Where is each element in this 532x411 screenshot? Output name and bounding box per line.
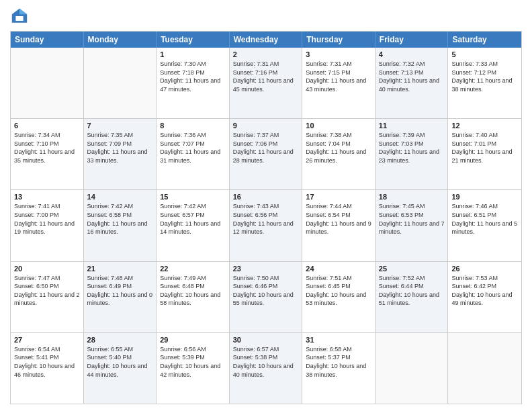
day-info: Sunrise: 7:33 AMSunset: 7:12 PMDaylight:… [451, 60, 518, 93]
calendar-cell [375, 333, 449, 404]
day-number: 14 [87, 193, 153, 201]
calendar-cell: 16Sunrise: 7:43 AMSunset: 6:56 PMDayligh… [230, 190, 303, 261]
weekday-header-wednesday: Wednesday [230, 32, 303, 48]
day-info: Sunrise: 7:51 AMSunset: 6:45 PMDaylight:… [306, 274, 371, 308]
calendar-header: SundayMondayTuesdayWednesdayThursdayFrid… [11, 32, 521, 48]
day-info: Sunrise: 7:32 AMSunset: 7:13 PMDaylight:… [379, 60, 445, 93]
calendar-cell: 3Sunrise: 7:31 AMSunset: 7:15 PMDaylight… [302, 48, 375, 118]
day-number: 3 [306, 50, 371, 58]
day-number: 6 [14, 122, 80, 130]
day-info: Sunrise: 6:58 AMSunset: 5:37 PMDaylight:… [306, 345, 371, 379]
header [10, 7, 522, 26]
day-number: 22 [160, 265, 226, 273]
calendar-row-4: 20Sunrise: 7:47 AMSunset: 6:50 PMDayligh… [11, 261, 521, 332]
calendar-row-5: 27Sunrise: 6:54 AMSunset: 5:41 PMDayligh… [11, 332, 521, 404]
day-number: 11 [379, 122, 445, 130]
day-info: Sunrise: 7:53 AMSunset: 6:42 PMDaylight:… [451, 274, 518, 308]
calendar-cell: 19Sunrise: 7:46 AMSunset: 6:51 PMDayligh… [448, 190, 521, 261]
calendar-cell [84, 48, 157, 118]
calendar-cell: 30Sunrise: 6:57 AMSunset: 5:38 PMDayligh… [230, 333, 303, 404]
weekday-header-saturday: Saturday [448, 32, 521, 48]
day-number: 18 [379, 193, 445, 201]
day-number: 25 [379, 265, 445, 273]
day-number: 26 [451, 265, 518, 273]
calendar-cell: 28Sunrise: 6:55 AMSunset: 5:40 PMDayligh… [84, 333, 157, 404]
day-number: 19 [451, 193, 518, 201]
day-number: 10 [306, 122, 371, 130]
day-info: Sunrise: 7:46 AMSunset: 6:51 PMDaylight:… [451, 202, 518, 236]
day-info: Sunrise: 7:44 AMSunset: 6:54 PMDaylight:… [306, 202, 371, 236]
day-info: Sunrise: 7:49 AMSunset: 6:48 PMDaylight:… [160, 274, 226, 308]
day-info: Sunrise: 7:50 AMSunset: 6:46 PMDaylight:… [233, 274, 299, 308]
day-number: 31 [306, 336, 371, 344]
day-info: Sunrise: 6:54 AMSunset: 5:41 PMDaylight:… [14, 345, 80, 379]
day-info: Sunrise: 7:52 AMSunset: 6:44 PMDaylight:… [379, 274, 445, 308]
day-info: Sunrise: 6:56 AMSunset: 5:39 PMDaylight:… [160, 345, 226, 379]
day-info: Sunrise: 7:43 AMSunset: 6:56 PMDaylight:… [233, 202, 299, 236]
calendar-cell: 25Sunrise: 7:52 AMSunset: 6:44 PMDayligh… [375, 262, 449, 332]
day-number: 24 [306, 265, 371, 273]
day-info: Sunrise: 7:37 AMSunset: 7:06 PMDaylight:… [233, 131, 299, 165]
day-number: 8 [160, 122, 226, 130]
calendar-cell: 29Sunrise: 6:56 AMSunset: 5:39 PMDayligh… [157, 333, 230, 404]
day-number: 23 [233, 265, 299, 273]
svg-rect-2 [15, 16, 23, 21]
day-info: Sunrise: 7:36 AMSunset: 7:07 PMDaylight:… [160, 131, 226, 165]
day-number: 30 [233, 336, 299, 344]
day-number: 21 [87, 265, 153, 273]
logo [10, 7, 32, 26]
calendar-cell: 7Sunrise: 7:35 AMSunset: 7:09 PMDaylight… [84, 119, 157, 189]
day-info: Sunrise: 7:41 AMSunset: 7:00 PMDaylight:… [14, 202, 80, 236]
day-number: 29 [160, 336, 226, 344]
calendar-cell: 31Sunrise: 6:58 AMSunset: 5:37 PMDayligh… [302, 333, 375, 404]
day-info: Sunrise: 7:48 AMSunset: 6:49 PMDaylight:… [87, 274, 153, 308]
day-number: 15 [160, 193, 226, 201]
day-number: 13 [14, 193, 80, 201]
logo-icon [10, 7, 29, 26]
day-info: Sunrise: 7:42 AMSunset: 6:57 PMDaylight:… [160, 202, 226, 236]
page: SundayMondayTuesdayWednesdayThursdayFrid… [0, 0, 532, 411]
day-info: Sunrise: 7:35 AMSunset: 7:09 PMDaylight:… [87, 131, 153, 165]
weekday-header-thursday: Thursday [302, 32, 375, 48]
calendar-cell: 22Sunrise: 7:49 AMSunset: 6:48 PMDayligh… [157, 262, 230, 332]
day-number: 27 [14, 336, 80, 344]
calendar-cell: 20Sunrise: 7:47 AMSunset: 6:50 PMDayligh… [11, 262, 84, 332]
calendar-row-1: 1Sunrise: 7:30 AMSunset: 7:18 PMDaylight… [11, 48, 521, 118]
day-info: Sunrise: 7:38 AMSunset: 7:04 PMDaylight:… [306, 131, 371, 165]
calendar-cell: 24Sunrise: 7:51 AMSunset: 6:45 PMDayligh… [302, 262, 375, 332]
calendar-body: 1Sunrise: 7:30 AMSunset: 7:18 PMDaylight… [11, 48, 521, 404]
calendar-cell: 5Sunrise: 7:33 AMSunset: 7:12 PMDaylight… [448, 48, 521, 118]
day-number: 4 [379, 50, 445, 58]
day-info: Sunrise: 7:34 AMSunset: 7:10 PMDaylight:… [14, 131, 80, 165]
day-number: 12 [451, 122, 518, 130]
day-info: Sunrise: 6:55 AMSunset: 5:40 PMDaylight:… [87, 345, 153, 379]
calendar-cell: 21Sunrise: 7:48 AMSunset: 6:49 PMDayligh… [84, 262, 157, 332]
calendar-cell: 1Sunrise: 7:30 AMSunset: 7:18 PMDaylight… [157, 48, 230, 118]
calendar-cell: 27Sunrise: 6:54 AMSunset: 5:41 PMDayligh… [11, 333, 84, 404]
day-number: 2 [233, 50, 299, 58]
day-number: 5 [451, 50, 518, 58]
calendar-cell: 26Sunrise: 7:53 AMSunset: 6:42 PMDayligh… [448, 262, 521, 332]
calendar: SundayMondayTuesdayWednesdayThursdayFrid… [10, 31, 522, 404]
calendar-row-2: 6Sunrise: 7:34 AMSunset: 7:10 PMDaylight… [11, 118, 521, 189]
day-info: Sunrise: 7:31 AMSunset: 7:15 PMDaylight:… [306, 60, 371, 93]
day-number: 16 [233, 193, 299, 201]
calendar-cell: 15Sunrise: 7:42 AMSunset: 6:57 PMDayligh… [157, 190, 230, 261]
day-info: Sunrise: 7:45 AMSunset: 6:53 PMDaylight:… [379, 202, 445, 236]
calendar-cell: 23Sunrise: 7:50 AMSunset: 6:46 PMDayligh… [230, 262, 303, 332]
day-info: Sunrise: 7:31 AMSunset: 7:16 PMDaylight:… [233, 60, 299, 93]
calendar-cell: 11Sunrise: 7:39 AMSunset: 7:03 PMDayligh… [375, 119, 449, 189]
calendar-cell: 8Sunrise: 7:36 AMSunset: 7:07 PMDaylight… [157, 119, 230, 189]
svg-marker-1 [19, 9, 27, 14]
day-info: Sunrise: 7:30 AMSunset: 7:18 PMDaylight:… [160, 60, 226, 93]
calendar-cell [448, 333, 521, 404]
day-number: 9 [233, 122, 299, 130]
calendar-cell [11, 48, 84, 118]
calendar-cell: 10Sunrise: 7:38 AMSunset: 7:04 PMDayligh… [302, 119, 375, 189]
calendar-cell: 9Sunrise: 7:37 AMSunset: 7:06 PMDaylight… [230, 119, 303, 189]
weekday-header-friday: Friday [375, 32, 449, 48]
day-info: Sunrise: 7:39 AMSunset: 7:03 PMDaylight:… [379, 131, 445, 165]
day-info: Sunrise: 7:42 AMSunset: 6:58 PMDaylight:… [87, 202, 153, 236]
day-number: 20 [14, 265, 80, 273]
calendar-cell: 14Sunrise: 7:42 AMSunset: 6:58 PMDayligh… [84, 190, 157, 261]
